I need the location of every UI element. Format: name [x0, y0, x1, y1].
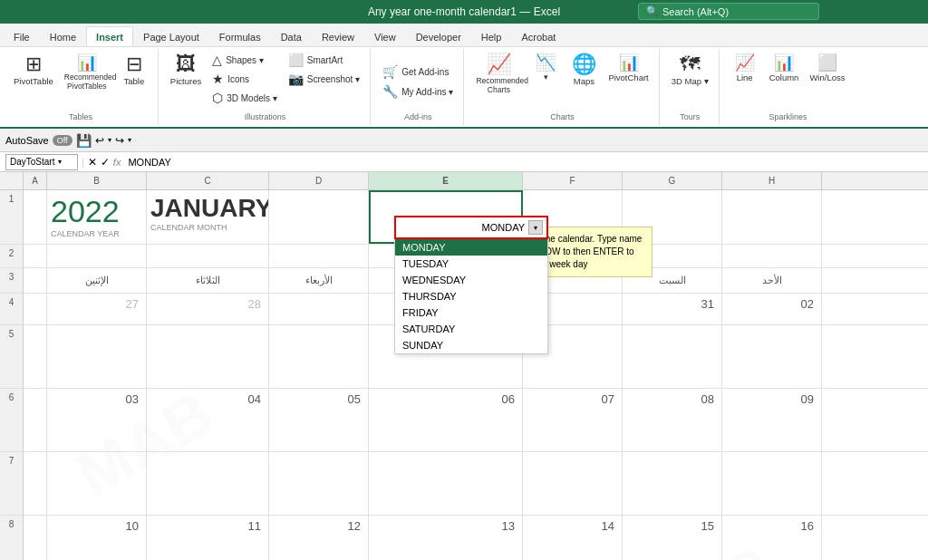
tab-developer[interactable]: Developer [406, 26, 471, 46]
cell-h6[interactable]: 09 [722, 389, 822, 451]
cell-a7[interactable] [24, 452, 47, 515]
cell-h3[interactable]: الأحد [722, 268, 822, 293]
search-box[interactable]: 🔍 Search (Alt+Q) [638, 3, 819, 20]
day-to-start-cell[interactable]: MONDAY ▾ [394, 216, 548, 239]
cell-c5[interactable] [147, 325, 269, 388]
tab-page-layout[interactable]: Page Layout [133, 26, 209, 46]
cell-b6[interactable]: 03 [47, 389, 147, 451]
cell-d4[interactable] [269, 294, 369, 324]
cell-h7[interactable] [722, 452, 822, 515]
my-addins-button[interactable]: 🔧 My Add-ins ▾ [378, 82, 458, 101]
dropdown-option-tuesday[interactable]: TUESDAY [395, 256, 547, 272]
cell-b7[interactable] [47, 452, 147, 515]
cell-d1[interactable] [269, 190, 369, 244]
screenshot-button[interactable]: 📷 Screenshot ▾ [284, 70, 364, 88]
cell-c3[interactable]: الثلاثاء [147, 268, 269, 293]
col-header-b[interactable]: B [47, 172, 147, 189]
tab-help[interactable]: Help [471, 26, 512, 46]
cell-a5[interactable] [24, 325, 47, 388]
pivot-table-button[interactable]: ⊞ PivotTable [9, 51, 58, 90]
column-sparkline-button[interactable]: 📊 Column [765, 51, 804, 86]
col-header-h[interactable]: H [722, 172, 822, 189]
cell-e8[interactable]: 13 [369, 516, 523, 560]
cell-f7[interactable] [523, 452, 623, 515]
cancel-formula-icon[interactable]: ✕ [88, 156, 97, 169]
cell-a3[interactable] [24, 268, 47, 293]
cell-a4[interactable] [24, 294, 47, 324]
table-button[interactable]: ⊟ Table [116, 51, 152, 90]
cell-g8[interactable]: 15 [623, 516, 722, 560]
cell-c4[interactable]: 28 [147, 294, 269, 324]
cell-b8[interactable]: 10 [47, 516, 147, 560]
cell-d6[interactable]: 05 [269, 389, 369, 451]
tab-data[interactable]: Data [271, 26, 312, 46]
cell-h8[interactable]: 16 [722, 516, 822, 560]
cell-g5[interactable] [623, 325, 722, 388]
dropdown-option-wednesday[interactable]: WEDNESDAY [395, 272, 547, 288]
cell-e7[interactable] [369, 452, 523, 515]
col-header-a[interactable]: A [24, 172, 47, 189]
3d-map-button[interactable]: 🗺 3D Map ▾ [667, 51, 713, 90]
col-header-e[interactable]: E [369, 172, 523, 189]
col-header-d[interactable]: D [269, 172, 369, 189]
cell-a1[interactable] [24, 190, 47, 244]
name-box[interactable]: DayToStart ▾ [5, 154, 78, 170]
cell-h4[interactable]: 02 [722, 294, 822, 324]
cell-d8[interactable]: 12 [269, 516, 369, 560]
cell-a8[interactable] [24, 516, 47, 560]
cell-g4[interactable]: 31 [623, 294, 722, 324]
3d-models-button[interactable]: ⬡ 3D Models ▾ [208, 89, 282, 107]
cell-d7[interactable] [269, 452, 369, 515]
dropdown-option-sunday[interactable]: SUNDAY [395, 337, 547, 353]
tab-formulas[interactable]: Formulas [209, 26, 271, 46]
recommended-pivot-tables-button[interactable]: 📊 Recommended PivotTables [60, 51, 114, 94]
redo-icon[interactable]: ↪ [115, 134, 124, 147]
cell-a6[interactable] [24, 389, 47, 451]
cell-c6[interactable]: 04 [147, 389, 269, 451]
cell-b4[interactable]: 27 [47, 294, 147, 324]
col-header-c[interactable]: C [147, 172, 269, 189]
tab-review[interactable]: Review [312, 26, 364, 46]
shapes-button[interactable]: △ Shapes ▾ [208, 51, 282, 69]
cell-c2[interactable] [147, 245, 269, 267]
col-header-f[interactable]: F [523, 172, 623, 189]
cell-d5[interactable] [269, 325, 369, 388]
confirm-formula-icon[interactable]: ✓ [101, 156, 110, 169]
tab-insert[interactable]: Insert [86, 26, 133, 46]
cell-c7[interactable] [147, 452, 269, 515]
undo-icon[interactable]: ↩ [95, 134, 104, 147]
smartart-button[interactable]: ⬜ SmartArt [284, 51, 364, 69]
dropdown-list[interactable]: MONDAY TUESDAY WEDNESDAY THURSDAY FRIDAY… [394, 239, 548, 354]
recommended-charts-button[interactable]: 📈 Recommended Charts [471, 51, 526, 98]
cell-b1[interactable]: 2022 CALENDAR YEAR [47, 190, 147, 244]
win-loss-sparkline-button[interactable]: ⬜ Win/Loss [805, 51, 849, 86]
cell-h5[interactable] [722, 325, 822, 388]
save-icon[interactable]: 💾 [76, 133, 92, 148]
cell-g6[interactable]: 08 [623, 389, 722, 451]
cell-b2[interactable] [47, 245, 147, 267]
tab-view[interactable]: View [364, 26, 406, 46]
dropdown-option-monday[interactable]: MONDAY [395, 239, 547, 256]
icons-button[interactable]: ★ Icons [208, 70, 282, 88]
maps-button[interactable]: 🌐 Maps [566, 51, 602, 90]
pivot-chart-button[interactable]: 📊 PivotChart [604, 51, 652, 86]
autosave-toggle[interactable]: Off [53, 135, 72, 146]
dropdown-arrow-button[interactable]: ▾ [528, 220, 543, 235]
dropdown-option-thursday[interactable]: THURSDAY [395, 288, 547, 304]
cell-a2[interactable] [24, 245, 47, 267]
tab-home[interactable]: Home [40, 26, 86, 46]
undo-dropdown[interactable]: ▾ [108, 136, 111, 144]
tab-acrobat[interactable]: Acrobat [511, 26, 566, 46]
charts-combo-button[interactable]: 📉 ▾ [527, 51, 564, 85]
cell-d3[interactable]: الأربعاء [269, 268, 369, 293]
get-addins-button[interactable]: 🛒 Get Add-ins [378, 63, 453, 81]
cell-g7[interactable] [623, 452, 722, 515]
cell-d2[interactable] [269, 245, 369, 267]
cell-c8[interactable]: 11 [147, 516, 269, 560]
col-header-g[interactable]: G [623, 172, 722, 189]
dropdown-option-friday[interactable]: FRIDAY [395, 304, 547, 321]
dropdown-option-saturday[interactable]: SATURDAY [395, 321, 547, 337]
cell-f8[interactable]: 14 [523, 516, 623, 560]
cell-b3[interactable]: الإثنين [47, 268, 147, 293]
cell-h2[interactable] [722, 245, 822, 267]
